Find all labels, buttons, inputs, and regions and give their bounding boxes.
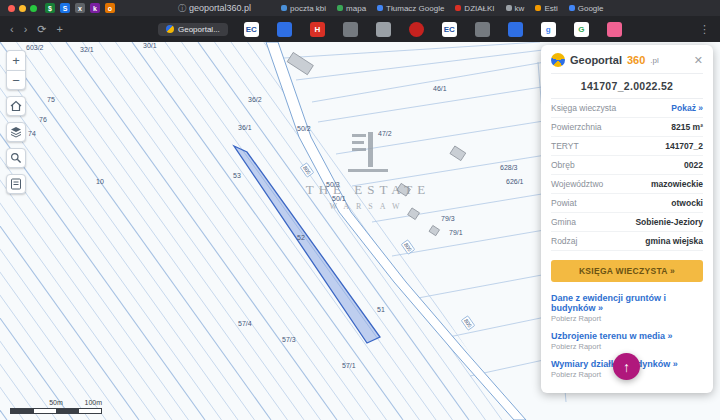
- pinned-tab-icon[interactable]: k: [90, 3, 100, 13]
- svg-text:79/1: 79/1: [449, 229, 463, 236]
- bookmark-label: DZIAŁKI: [464, 4, 494, 13]
- browser-tab[interactable]: [409, 22, 424, 37]
- back-button[interactable]: ‹: [10, 23, 14, 35]
- svg-text:51: 51: [377, 306, 385, 313]
- field-label: Gmina: [551, 217, 576, 227]
- url-text: geoportal360.pl: [189, 3, 251, 13]
- minimize-window-button[interactable]: [19, 5, 26, 12]
- scroll-top-fab[interactable]: ↑: [613, 353, 640, 380]
- tab-geoportal[interactable]: Geoportal...: [158, 23, 228, 36]
- browser-tab[interactable]: EC: [442, 22, 457, 37]
- field-label: TERYT: [551, 141, 579, 151]
- bookmark-favicon: [281, 5, 287, 11]
- browser-tab[interactable]: [376, 22, 391, 37]
- field-value: 141707_2: [665, 141, 703, 151]
- link-title[interactable]: Dane z ewidencji gruntów i budynków »: [551, 293, 703, 313]
- bookmark-item[interactable]: Esti: [535, 4, 557, 13]
- zoom-out-button[interactable]: −: [6, 70, 26, 90]
- svg-text:30/1: 30/1: [143, 42, 157, 49]
- close-window-button[interactable]: [8, 5, 15, 12]
- browser-tab[interactable]: G: [574, 22, 589, 37]
- bookmark-item[interactable]: mapa: [337, 4, 366, 13]
- bookmark-item[interactable]: DZIAŁKI: [455, 4, 494, 13]
- link-dane-ewidencja[interactable]: Dane z ewidencji gruntów i budynków » Po…: [551, 289, 703, 327]
- bookmark-item[interactable]: kw: [506, 4, 525, 13]
- new-tab-button[interactable]: +: [57, 23, 63, 35]
- show-kw-link[interactable]: Pokaż »: [671, 103, 703, 113]
- field-value: 8215 m²: [671, 122, 703, 132]
- pinned-tab-icons: $Sxko: [45, 3, 115, 13]
- bookmarks-bar: poczta kbimapaTłumacz GoogleDZIAŁKIkwEst…: [281, 4, 603, 13]
- field-label: Powiat: [551, 198, 577, 208]
- browser-tab[interactable]: [607, 22, 622, 37]
- browser-tab[interactable]: [277, 22, 292, 37]
- svg-text:57/3: 57/3: [282, 336, 296, 343]
- browser-menu-icon[interactable]: ⋮: [699, 23, 710, 36]
- svg-text:46/1: 46/1: [433, 85, 447, 92]
- field-label: Województwo: [551, 179, 603, 189]
- map-area[interactable]: 805805805 603/2932/130/136/236/146/147/2…: [0, 42, 720, 420]
- link-subtitle: Pobierz Raport: [551, 342, 703, 351]
- svg-text:75: 75: [47, 96, 55, 103]
- svg-text:32/1: 32/1: [80, 46, 94, 53]
- svg-text:57/1: 57/1: [342, 362, 356, 369]
- pinned-tab-icon[interactable]: $: [45, 3, 55, 13]
- home-button[interactable]: [6, 96, 26, 116]
- bookmark-label: Google: [578, 4, 604, 13]
- address-bar[interactable]: ⓘ geoportal360.pl: [178, 3, 251, 14]
- link-uzbrojenie-terenu[interactable]: Uzbrojenie terenu w media » Pobierz Rapo…: [551, 327, 703, 355]
- field-row: Rodzaj gmina wiejska: [551, 232, 703, 251]
- brand-tld: .pl: [650, 56, 658, 65]
- scale-bar: 50m 100m: [10, 399, 102, 414]
- bookmark-item[interactable]: Google: [569, 4, 604, 13]
- tab-strip: ‹ › ⟳ + Geoportal... ECHECgG ⋮: [0, 16, 720, 42]
- field-value: Sobienie-Jeziory: [635, 217, 703, 227]
- search-button[interactable]: [6, 148, 26, 168]
- site-info-icon[interactable]: ⓘ: [178, 3, 186, 14]
- svg-text:52: 52: [297, 234, 305, 241]
- browser-tab[interactable]: [508, 22, 523, 37]
- layers-button[interactable]: [6, 122, 26, 142]
- svg-text:53: 53: [233, 172, 241, 179]
- bookmark-label: kw: [515, 4, 525, 13]
- bookmark-item[interactable]: Tłumacz Google: [377, 4, 444, 13]
- browser-tab[interactable]: g: [541, 22, 556, 37]
- search-icon: [10, 152, 22, 164]
- pinned-tab-icon[interactable]: S: [60, 3, 70, 13]
- geoportal-logo-icon: [551, 53, 565, 67]
- other-tabs: ECHECgG: [244, 22, 622, 37]
- reload-button[interactable]: ⟳: [37, 23, 46, 36]
- browser-toolbar: $Sxko ⓘ geoportal360.pl poczta kbimapaTł…: [0, 0, 720, 16]
- field-value: mazowieckie: [651, 179, 703, 189]
- map-legend-icon: [10, 178, 22, 190]
- field-row: Powierzchnia 8215 m²: [551, 118, 703, 137]
- field-row: Księga wieczysta Pokaż »: [551, 99, 703, 118]
- bookmark-favicon: [337, 5, 343, 11]
- pinned-tab-icon[interactable]: o: [105, 3, 115, 13]
- scale-end-label: 100m: [84, 399, 102, 406]
- pinned-tab-icon[interactable]: x: [75, 3, 85, 13]
- browser-tab[interactable]: H: [310, 22, 325, 37]
- scale-mid-label: 50m: [49, 399, 63, 406]
- bookmark-item[interactable]: poczta kbi: [281, 4, 326, 13]
- browser-tab[interactable]: [343, 22, 358, 37]
- field-label: Obręb: [551, 160, 575, 170]
- fullscreen-window-button[interactable]: [30, 5, 37, 12]
- svg-text:47/2: 47/2: [378, 130, 392, 137]
- link-title[interactable]: Uzbrojenie terenu w media »: [551, 331, 703, 341]
- zoom-in-button[interactable]: +: [6, 50, 26, 70]
- parcel-id: 141707_2.0022.52: [551, 74, 703, 99]
- svg-text:50/2: 50/2: [297, 125, 311, 132]
- browser-tab[interactable]: [475, 22, 490, 37]
- ksiega-wieczysta-button[interactable]: KSIĘGA WIECZYSTA »: [551, 260, 703, 282]
- browser-tab[interactable]: EC: [244, 22, 259, 37]
- forward-button[interactable]: ›: [24, 23, 28, 35]
- legend-button[interactable]: [6, 174, 26, 194]
- close-icon[interactable]: ✕: [694, 54, 703, 67]
- svg-text:36/1: 36/1: [238, 124, 252, 131]
- nav-buttons: ‹ › ⟳ +: [10, 23, 63, 36]
- map-controls: + −: [6, 50, 26, 194]
- scale-track: [10, 408, 102, 414]
- brand-360: 360: [627, 54, 645, 66]
- bookmark-favicon: [455, 5, 461, 11]
